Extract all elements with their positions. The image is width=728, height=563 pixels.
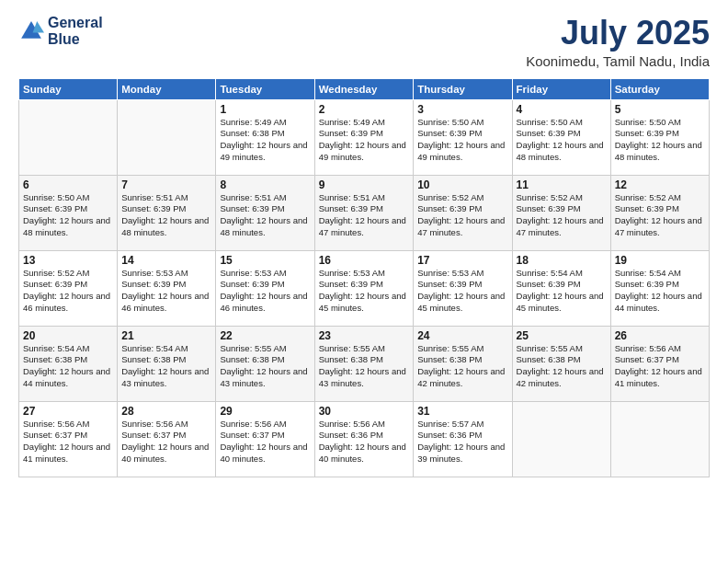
calendar-cell: 5Sunrise: 5:50 AMSunset: 6:39 PMDaylight…	[610, 99, 709, 175]
page: General Blue July 2025 Koonimedu, Tamil …	[0, 0, 728, 563]
day-header-tuesday: Tuesday	[216, 78, 314, 99]
day-info: Sunrise: 5:50 AMSunset: 6:39 PMDaylight:…	[517, 117, 607, 164]
month-title: July 2025	[526, 15, 710, 52]
day-header-thursday: Thursday	[414, 78, 512, 99]
calendar-cell	[118, 99, 216, 175]
calendar-cell: 21Sunrise: 5:54 AMSunset: 6:38 PMDayligh…	[118, 326, 216, 401]
day-number: 6	[23, 178, 113, 191]
day-number: 18	[517, 254, 607, 267]
day-number: 30	[319, 405, 410, 418]
day-info: Sunrise: 5:52 AMSunset: 6:39 PMDaylight:…	[517, 192, 607, 239]
calendar-cell: 29Sunrise: 5:56 AMSunset: 6:37 PMDayligh…	[216, 401, 314, 477]
day-info: Sunrise: 5:49 AMSunset: 6:38 PMDaylight:…	[220, 117, 310, 164]
calendar-week-4: 20Sunrise: 5:54 AMSunset: 6:38 PMDayligh…	[19, 326, 710, 401]
calendar-cell	[512, 401, 610, 477]
day-info: Sunrise: 5:56 AMSunset: 6:37 PMDaylight:…	[615, 343, 705, 390]
day-info: Sunrise: 5:53 AMSunset: 6:39 PMDaylight:…	[417, 268, 507, 315]
day-header-monday: Monday	[118, 78, 216, 99]
day-info: Sunrise: 5:53 AMSunset: 6:39 PMDaylight:…	[121, 268, 211, 315]
calendar-header-row: SundayMondayTuesdayWednesdayThursdayFrid…	[19, 78, 710, 99]
calendar-cell: 20Sunrise: 5:54 AMSunset: 6:38 PMDayligh…	[19, 326, 118, 401]
calendar-cell: 19Sunrise: 5:54 AMSunset: 6:39 PMDayligh…	[610, 250, 709, 326]
calendar-cell: 3Sunrise: 5:50 AMSunset: 6:39 PMDaylight…	[414, 99, 512, 175]
calendar-cell: 4Sunrise: 5:50 AMSunset: 6:39 PMDaylight…	[512, 99, 610, 175]
day-number: 29	[220, 405, 310, 418]
logo: General Blue	[18, 15, 103, 47]
logo-line2: Blue	[48, 31, 103, 48]
day-number: 27	[23, 405, 113, 418]
day-number: 21	[121, 329, 211, 342]
day-info: Sunrise: 5:50 AMSunset: 6:39 PMDaylight:…	[615, 117, 705, 164]
calendar-cell: 6Sunrise: 5:50 AMSunset: 6:39 PMDaylight…	[19, 175, 118, 250]
day-number: 17	[417, 254, 507, 267]
calendar-week-3: 13Sunrise: 5:52 AMSunset: 6:39 PMDayligh…	[19, 250, 710, 326]
calendar-cell: 12Sunrise: 5:52 AMSunset: 6:39 PMDayligh…	[610, 175, 709, 250]
day-info: Sunrise: 5:53 AMSunset: 6:39 PMDaylight:…	[319, 268, 410, 315]
calendar-cell: 17Sunrise: 5:53 AMSunset: 6:39 PMDayligh…	[414, 250, 512, 326]
day-number: 13	[23, 254, 113, 267]
day-info: Sunrise: 5:56 AMSunset: 6:37 PMDaylight:…	[23, 419, 113, 465]
day-info: Sunrise: 5:51 AMSunset: 6:39 PMDaylight:…	[319, 192, 410, 239]
calendar-cell: 16Sunrise: 5:53 AMSunset: 6:39 PMDayligh…	[314, 250, 414, 326]
calendar-cell: 10Sunrise: 5:52 AMSunset: 6:39 PMDayligh…	[414, 175, 512, 250]
day-number: 5	[615, 103, 705, 116]
day-number: 16	[319, 254, 410, 267]
calendar-cell: 9Sunrise: 5:51 AMSunset: 6:39 PMDaylight…	[314, 175, 414, 250]
day-info: Sunrise: 5:54 AMSunset: 6:39 PMDaylight:…	[615, 268, 705, 315]
day-info: Sunrise: 5:50 AMSunset: 6:39 PMDaylight:…	[417, 117, 507, 164]
day-header-friday: Friday	[512, 78, 610, 99]
day-info: Sunrise: 5:50 AMSunset: 6:39 PMDaylight:…	[23, 192, 113, 239]
day-header-saturday: Saturday	[610, 78, 709, 99]
day-info: Sunrise: 5:51 AMSunset: 6:39 PMDaylight:…	[220, 192, 310, 239]
calendar-cell: 26Sunrise: 5:56 AMSunset: 6:37 PMDayligh…	[610, 326, 709, 401]
calendar-cell: 13Sunrise: 5:52 AMSunset: 6:39 PMDayligh…	[19, 250, 118, 326]
day-info: Sunrise: 5:56 AMSunset: 6:36 PMDaylight:…	[319, 419, 410, 465]
day-number: 28	[121, 405, 211, 418]
day-number: 1	[220, 103, 310, 116]
day-info: Sunrise: 5:54 AMSunset: 6:38 PMDaylight:…	[23, 343, 113, 390]
calendar-cell: 18Sunrise: 5:54 AMSunset: 6:39 PMDayligh…	[512, 250, 610, 326]
day-number: 10	[417, 178, 507, 191]
day-number: 11	[517, 178, 607, 191]
title-block: July 2025 Koonimedu, Tamil Nadu, India	[526, 15, 710, 69]
day-number: 20	[23, 329, 113, 342]
logo-line1: General	[48, 15, 103, 31]
day-info: Sunrise: 5:52 AMSunset: 6:39 PMDaylight:…	[417, 192, 507, 239]
day-number: 12	[615, 178, 705, 191]
day-number: 14	[121, 254, 211, 267]
day-number: 31	[417, 405, 507, 418]
calendar-cell: 22Sunrise: 5:55 AMSunset: 6:38 PMDayligh…	[216, 326, 314, 401]
day-number: 8	[220, 178, 310, 191]
day-info: Sunrise: 5:52 AMSunset: 6:39 PMDaylight:…	[615, 192, 705, 239]
day-info: Sunrise: 5:53 AMSunset: 6:39 PMDaylight:…	[220, 268, 310, 315]
day-info: Sunrise: 5:56 AMSunset: 6:37 PMDaylight:…	[220, 419, 310, 465]
logo-icon	[18, 18, 44, 44]
calendar-cell: 8Sunrise: 5:51 AMSunset: 6:39 PMDaylight…	[216, 175, 314, 250]
calendar-cell	[610, 401, 709, 477]
calendar-cell: 31Sunrise: 5:57 AMSunset: 6:36 PMDayligh…	[414, 401, 512, 477]
calendar-cell: 11Sunrise: 5:52 AMSunset: 6:39 PMDayligh…	[512, 175, 610, 250]
day-info: Sunrise: 5:55 AMSunset: 6:38 PMDaylight:…	[517, 343, 607, 390]
calendar-cell: 15Sunrise: 5:53 AMSunset: 6:39 PMDayligh…	[216, 250, 314, 326]
day-info: Sunrise: 5:55 AMSunset: 6:38 PMDaylight:…	[417, 343, 507, 390]
calendar-table: SundayMondayTuesdayWednesdayThursdayFrid…	[18, 78, 710, 477]
location: Koonimedu, Tamil Nadu, India	[526, 53, 710, 69]
calendar-cell: 27Sunrise: 5:56 AMSunset: 6:37 PMDayligh…	[19, 401, 118, 477]
calendar-cell: 30Sunrise: 5:56 AMSunset: 6:36 PMDayligh…	[314, 401, 414, 477]
day-info: Sunrise: 5:55 AMSunset: 6:38 PMDaylight:…	[319, 343, 410, 390]
day-number: 3	[417, 103, 507, 116]
day-number: 25	[517, 329, 607, 342]
calendar-cell: 23Sunrise: 5:55 AMSunset: 6:38 PMDayligh…	[314, 326, 414, 401]
header: General Blue July 2025 Koonimedu, Tamil …	[18, 15, 710, 69]
day-info: Sunrise: 5:49 AMSunset: 6:39 PMDaylight:…	[319, 117, 410, 164]
day-number: 7	[121, 178, 211, 191]
day-number: 24	[417, 329, 507, 342]
calendar-cell: 24Sunrise: 5:55 AMSunset: 6:38 PMDayligh…	[414, 326, 512, 401]
calendar-cell: 14Sunrise: 5:53 AMSunset: 6:39 PMDayligh…	[118, 250, 216, 326]
logo-text: General Blue	[48, 15, 103, 47]
calendar-week-2: 6Sunrise: 5:50 AMSunset: 6:39 PMDaylight…	[19, 175, 710, 250]
day-info: Sunrise: 5:56 AMSunset: 6:37 PMDaylight:…	[121, 419, 211, 465]
day-info: Sunrise: 5:54 AMSunset: 6:38 PMDaylight:…	[121, 343, 211, 390]
day-info: Sunrise: 5:51 AMSunset: 6:39 PMDaylight:…	[121, 192, 211, 239]
calendar-cell: 28Sunrise: 5:56 AMSunset: 6:37 PMDayligh…	[118, 401, 216, 477]
